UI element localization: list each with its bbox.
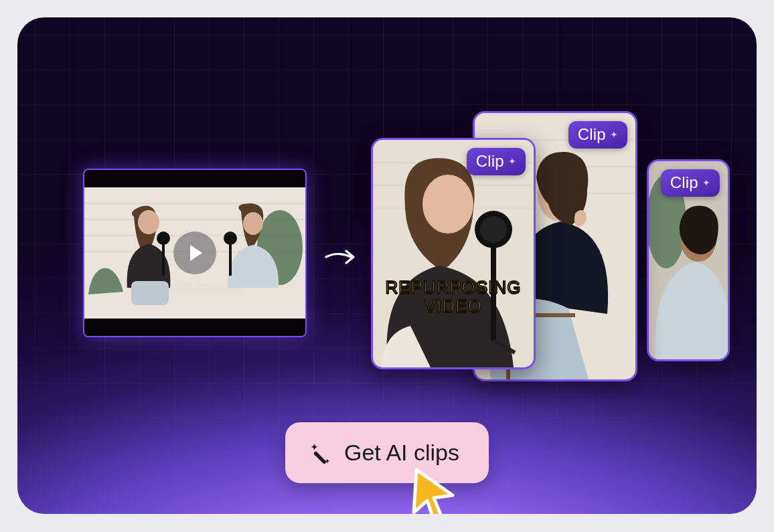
hero-panel: Clip ✦ xyxy=(17,17,757,514)
svg-point-13 xyxy=(157,232,170,245)
source-video-thumbnail[interactable] xyxy=(83,169,307,337)
clip-caption-line: VIDEO xyxy=(373,297,534,315)
svg-line-34 xyxy=(320,452,321,453)
clip-badge-label: Clip xyxy=(670,173,698,192)
svg-point-31 xyxy=(480,216,507,243)
svg-point-9 xyxy=(138,210,159,234)
magic-wand-sparkle-icon xyxy=(309,442,332,464)
letterbox-bar xyxy=(84,319,305,336)
clip-badge: Clip ✦ xyxy=(467,148,526,175)
sparkle-icon: ✦ xyxy=(508,157,516,166)
svg-rect-10 xyxy=(131,281,169,305)
svg-point-11 xyxy=(243,212,263,235)
svg-point-7 xyxy=(174,282,193,288)
sparkle-icon: ✦ xyxy=(702,178,710,187)
clip-card[interactable]: Clip ✦ REPURPOSING VIDEO xyxy=(371,138,536,369)
clips-group: Clip ✦ xyxy=(366,98,741,392)
svg-rect-14 xyxy=(229,241,232,276)
sparkle-icon: ✦ xyxy=(610,130,618,139)
svg-point-28 xyxy=(422,175,473,234)
clip-badge-label: Clip xyxy=(578,125,606,144)
clip-caption-line: REPURPOSING xyxy=(373,278,534,296)
yellow-cursor-icon xyxy=(404,466,462,514)
play-button[interactable] xyxy=(173,232,216,274)
clip-caption: REPURPOSING VIDEO xyxy=(373,278,534,315)
svg-point-15 xyxy=(224,232,237,245)
svg-rect-12 xyxy=(162,241,165,276)
letterbox-bar xyxy=(84,170,305,187)
clip-card[interactable]: Clip ✦ xyxy=(647,159,730,361)
play-icon xyxy=(190,245,202,261)
clip-badge: Clip ✦ xyxy=(568,121,627,149)
clip-badge-label: Clip xyxy=(476,152,504,171)
cta-label: Get AI clips xyxy=(344,440,459,466)
clip-badge: Clip ✦ xyxy=(661,169,720,197)
svg-point-8 xyxy=(196,283,209,287)
arrow-right-icon xyxy=(324,245,356,269)
